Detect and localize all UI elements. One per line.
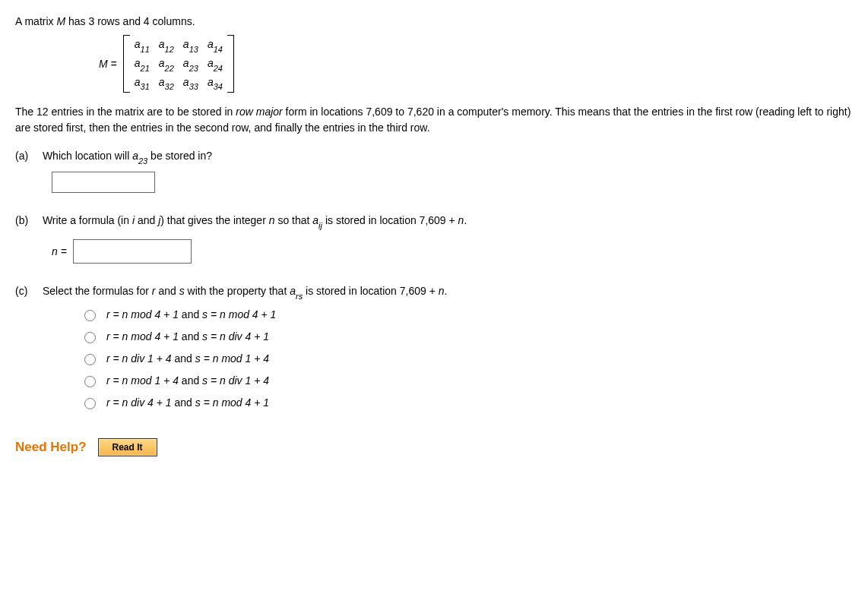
part-b: (b) Write a formula (in i and j) that gi…: [15, 214, 853, 264]
part-c: (c) Select the formulas for r and s with…: [15, 285, 853, 409]
c-var-letter: a: [290, 285, 296, 297]
part-a-label: (a): [15, 150, 40, 162]
c-q1: Select the formulas for: [43, 285, 152, 297]
para-t1: The 12 entries in the matrix are to be s…: [15, 106, 236, 118]
a-var-letter: a: [132, 150, 138, 162]
option-radio[interactable]: [84, 310, 96, 321]
b-q5: is stored in location 7,609 +: [322, 214, 458, 226]
part-a-input[interactable]: [52, 172, 155, 193]
matrix-entry: a33: [183, 76, 198, 90]
part-b-input[interactable]: [73, 239, 192, 264]
option-radio[interactable]: [84, 398, 96, 409]
option-radio[interactable]: [84, 332, 96, 343]
a-var-sub: 23: [138, 156, 147, 166]
b-q6: .: [464, 214, 467, 226]
intro-suffix: has 3 rows and 4 columns.: [65, 15, 195, 27]
option-radio[interactable]: [84, 354, 96, 365]
b-var: aij: [312, 214, 322, 226]
intro-prefix: A matrix: [15, 15, 56, 27]
option-radio[interactable]: [84, 376, 96, 387]
c-q4: is stored in location 7,609 +: [303, 285, 439, 297]
part-b-question: Write a formula (in i and j) that gives …: [43, 214, 467, 229]
part-c-question: Select the formulas for r and s with the…: [43, 285, 448, 299]
part-a: (a) Which location will a23 be stored in…: [15, 150, 853, 193]
c-n: n: [439, 285, 445, 297]
part-c-label: (c): [15, 285, 40, 297]
part-a-question: Which location will a23 be stored in?: [43, 150, 212, 164]
b-n: n: [269, 214, 275, 226]
b-q3: ) that gives the integer: [160, 214, 268, 226]
option-row: r = n div 1 + 4 and s = n mod 1 + 4: [81, 352, 853, 365]
n-equals-row: n =: [52, 239, 853, 264]
matrix-entry: a24: [207, 57, 223, 71]
option-text: r = n div 1 + 4 and s = n mod 1 + 4: [106, 352, 269, 365]
b-q4: so that: [275, 214, 313, 226]
need-help-label: Need Help?: [15, 440, 87, 455]
part-c-options: r = n mod 4 + 1 and s = n mod 4 + 1r = n…: [81, 308, 853, 409]
bracket-right: [227, 35, 234, 93]
c-q5: .: [445, 285, 448, 297]
description-paragraph: The 12 entries in the matrix are to be s…: [15, 104, 853, 136]
b-var-sub: ij: [318, 221, 322, 230]
para-em1: row major: [236, 106, 282, 118]
matrix-entry: a12: [159, 38, 174, 52]
b-var-letter: a: [312, 214, 318, 226]
need-help-row: Need Help? Read It: [15, 438, 853, 456]
bracket-left: [123, 35, 130, 93]
b-q1: Write a formula (in: [43, 214, 132, 226]
matrix-display: M = a11a12a13a14a21a22a23a24a31a32a33a34: [99, 35, 853, 93]
b-q2: and: [135, 214, 158, 226]
read-it-button[interactable]: Read It: [98, 438, 157, 456]
matrix-brackets: a11a12a13a14a21a22a23a24a31a32a33a34: [123, 35, 234, 93]
option-text: r = n div 4 + 1 and s = n mod 4 + 1: [106, 396, 269, 409]
c-q2: and: [156, 285, 179, 297]
matrix-entry: a34: [207, 76, 223, 90]
matrix-label: M =: [99, 58, 117, 70]
option-row: r = n mod 4 + 1 and s = n mod 4 + 1: [81, 308, 853, 321]
option-text: r = n mod 1 + 4 and s = n div 1 + 4: [106, 374, 269, 387]
matrix-entry: a32: [159, 76, 174, 90]
a-q1: Which location will: [43, 150, 132, 162]
a-q2: be stored in?: [147, 150, 212, 162]
c-s: s: [179, 285, 185, 297]
matrix-entry: a14: [207, 38, 223, 52]
n-equals-label: n =: [52, 245, 67, 257]
matrix-eq: =: [108, 58, 117, 70]
matrix-entry: a22: [159, 57, 174, 71]
matrix-entry: a23: [183, 57, 198, 71]
option-row: r = n mod 1 + 4 and s = n div 1 + 4: [81, 374, 853, 387]
matrix-grid: a11a12a13a14a21a22a23a24a31a32a33a34: [130, 35, 227, 93]
option-text: r = n mod 4 + 1 and s = n mod 4 + 1: [106, 308, 276, 320]
matrix-entry: a21: [135, 57, 150, 71]
c-q3: with the property that: [185, 285, 290, 297]
matrix-var: M: [99, 58, 108, 70]
option-row: r = n div 4 + 1 and s = n mod 4 + 1: [81, 396, 853, 409]
option-text: r = n mod 4 + 1 and s = n div 4 + 1: [106, 330, 269, 343]
c-var-sub: rs: [296, 292, 303, 301]
a-var: a23: [132, 150, 147, 162]
matrix-entry: a11: [135, 38, 150, 52]
option-row: r = n mod 4 + 1 and s = n div 4 + 1: [81, 330, 853, 343]
intro-var: M: [56, 15, 65, 27]
matrix-entry: a31: [135, 76, 150, 90]
intro-text: A matrix M has 3 rows and 4 columns.: [15, 15, 853, 27]
part-b-label: (b): [15, 214, 40, 226]
matrix-entry: a13: [183, 38, 198, 52]
c-var: ars: [290, 285, 303, 297]
